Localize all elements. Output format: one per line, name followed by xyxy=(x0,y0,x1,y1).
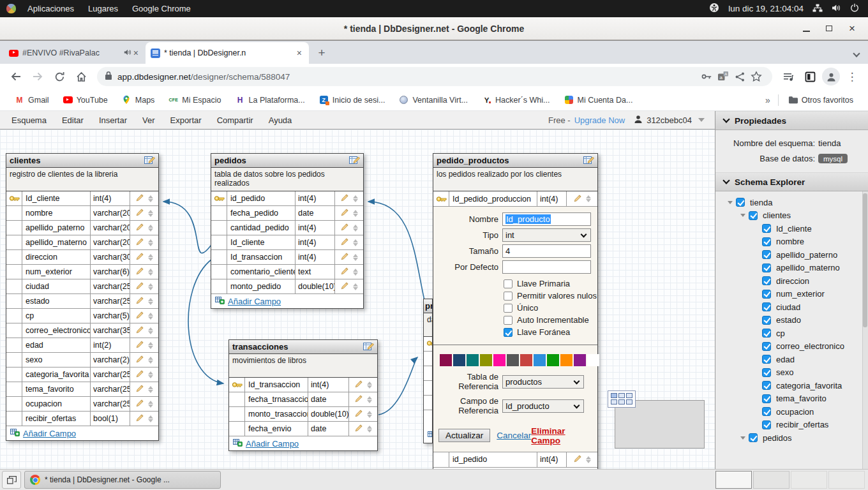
share-icon[interactable] xyxy=(731,68,748,85)
checkbox[interactable] xyxy=(504,292,513,301)
upgrade-link[interactable]: Upgrade Now xyxy=(574,115,625,125)
bookmark-ventanilla[interactable]: Ventanilla Virt... xyxy=(392,92,475,108)
diagram-canvas[interactable]: pr da clientes registro de clientes de l… xyxy=(0,130,715,469)
tree-checkbox[interactable] xyxy=(762,316,771,325)
tree-item-ciudad[interactable]: ciudad xyxy=(715,301,868,314)
menu-item-insertar[interactable]: Insertar xyxy=(91,111,135,130)
edit-field-icon[interactable] xyxy=(136,207,144,219)
chrome-titlebar[interactable]: * tienda | DbDesigner.net - Google Chrom… xyxy=(0,17,868,40)
color-swatch[interactable] xyxy=(480,354,492,366)
bookmark-youtube[interactable]: YouTube xyxy=(56,92,115,108)
reorder-field-handle[interactable] xyxy=(148,415,153,422)
tree-item-tema_favorito[interactable]: tema_favorito xyxy=(715,392,868,406)
table-field-row[interactable]: sexovarchar(2) xyxy=(6,353,158,368)
playlist-extension-icon[interactable] xyxy=(779,67,798,86)
table-field-row[interactable]: fecha_enviodate xyxy=(229,422,377,436)
tree-item-recibir_ofertas[interactable]: recibir_ofertas xyxy=(715,419,868,432)
bookmark-gmail[interactable]: MGmail xyxy=(8,92,56,108)
table-field-row[interactable]: num_exteriorvarchar(6) xyxy=(6,265,158,279)
tab-close-icon[interactable]: × xyxy=(131,48,140,58)
tree-checkbox[interactable] xyxy=(762,290,771,299)
edit-field-icon[interactable] xyxy=(341,222,349,234)
color-swatch[interactable] xyxy=(587,354,599,366)
table-field-row[interactable]: fecha_trnasacciondate xyxy=(229,392,377,407)
edit-field-icon[interactable] xyxy=(136,281,144,292)
table-pedido-productos[interactable]: pedido_productos los pedidos realizado p… xyxy=(433,153,598,469)
reorder-field-handle[interactable] xyxy=(353,195,358,202)
reorder-field-handle[interactable] xyxy=(353,269,358,276)
bookmark-inicio[interactable]: ZInicio de sesi... xyxy=(312,92,393,108)
table-clientes[interactable]: clientes registro de clientes de la libr… xyxy=(6,153,159,441)
workspace-3[interactable] xyxy=(791,471,827,489)
tree-item-categoria_favorita[interactable]: categoria_favorita xyxy=(715,379,868,392)
edit-field-icon[interactable] xyxy=(136,325,144,336)
bookmark-maps[interactable]: Maps xyxy=(115,92,162,108)
reorder-field-handle[interactable] xyxy=(148,313,153,320)
user-id[interactable]: 312cbebc04 xyxy=(647,115,692,125)
table-header[interactable]: pedido_productos xyxy=(433,154,597,168)
edit-field-icon[interactable] xyxy=(136,383,144,395)
add-field-icon[interactable] xyxy=(428,430,433,442)
taskbar-window-button[interactable]: * tienda | DbDesigner.net - Google ... xyxy=(24,471,221,489)
edit-field-icon[interactable] xyxy=(341,237,349,248)
table-field-row[interactable]: cpvarchar(5) xyxy=(6,309,158,323)
edit-field-icon[interactable] xyxy=(574,454,582,465)
reorder-field-handle[interactable] xyxy=(148,254,153,261)
table-field-row[interactable]: comentario_clientetext xyxy=(211,265,363,279)
tree-item-apellido_paterno[interactable]: apellido_paterno xyxy=(715,248,868,262)
tab-audio-icon[interactable] xyxy=(124,48,131,58)
tree-checkbox[interactable] xyxy=(762,394,771,403)
tree-checkbox[interactable] xyxy=(762,407,771,416)
tree-item-pedidos[interactable]: pedidos xyxy=(715,431,868,445)
edit-table-icon[interactable] xyxy=(349,155,360,167)
tree-checkbox[interactable] xyxy=(762,264,771,272)
add-field-link[interactable]: Añadir Campo xyxy=(246,439,299,449)
table-field-row[interactable]: apellido_maternovarchar(20) xyxy=(6,235,158,250)
table-header[interactable]: clientes xyxy=(6,154,158,168)
table-header[interactable]: transacciones xyxy=(229,340,377,354)
menu-item-esquema[interactable]: Esquema xyxy=(4,111,54,130)
edit-field-icon[interactable] xyxy=(341,193,349,204)
table-field-row[interactable]: tema_favoritovarchar(25) xyxy=(6,382,158,397)
add-field-row[interactable]: Añadir Campo xyxy=(211,294,363,308)
table-field-row[interactable]: categoria_favoritavarchar(25) xyxy=(6,368,158,382)
reorder-field-handle[interactable] xyxy=(148,269,153,276)
edit-field-icon[interactable] xyxy=(136,266,144,278)
color-swatch[interactable] xyxy=(507,354,519,366)
address-bar[interactable]: app.dbdesigner.net/designer/schema/58804… xyxy=(97,67,772,86)
volume-icon[interactable] xyxy=(832,4,841,14)
tree-item-correo_electronico[interactable]: correo_electronico xyxy=(715,340,868,353)
edit-field-icon[interactable] xyxy=(136,339,144,351)
tab-close-icon[interactable]: × xyxy=(295,48,304,58)
tree-expander-icon[interactable] xyxy=(728,201,733,204)
tree-checkbox[interactable] xyxy=(762,355,771,364)
tree-checkbox[interactable] xyxy=(762,342,771,351)
tree-item-cp[interactable]: cp xyxy=(715,327,868,340)
table-field-row[interactable]: Id_pedido_produccionint(4) xyxy=(433,191,597,207)
color-swatch[interactable] xyxy=(440,354,452,366)
edit-table-icon[interactable] xyxy=(583,155,594,167)
table-productos-partial[interactable]: pr da xyxy=(423,299,433,443)
field-default-input[interactable] xyxy=(502,260,591,274)
edit-field-icon[interactable] xyxy=(136,369,144,380)
back-icon[interactable] xyxy=(6,67,26,86)
edit-field-icon[interactable] xyxy=(341,251,349,263)
table-field-row[interactable]: id_pedidoint(4) xyxy=(433,452,597,468)
lock-icon[interactable] xyxy=(105,71,112,83)
checkbox[interactable] xyxy=(504,279,513,288)
tree-item-tienda[interactable]: tienda xyxy=(715,196,868,209)
tree-item-edad[interactable]: edad xyxy=(715,353,868,366)
forward-icon[interactable] xyxy=(28,67,47,86)
table-field-row[interactable]: Id_clienteint(4) xyxy=(6,191,158,206)
schema-explorer-header[interactable]: Schema Explorer xyxy=(715,172,868,191)
tree-item-direccion[interactable]: direccion xyxy=(715,274,868,288)
reload-icon[interactable] xyxy=(50,67,69,86)
show-desktop-button[interactable] xyxy=(2,471,21,489)
add-field-link[interactable]: Añadir Campo xyxy=(23,429,76,438)
edit-field-icon[interactable] xyxy=(355,423,363,434)
tree-expander-icon[interactable] xyxy=(740,214,745,217)
tree-checkbox[interactable] xyxy=(762,302,771,311)
power-icon[interactable] xyxy=(850,3,859,14)
delete-field-link[interactable]: Eliminar Campo xyxy=(531,426,592,445)
reorder-field-handle[interactable] xyxy=(148,225,153,232)
